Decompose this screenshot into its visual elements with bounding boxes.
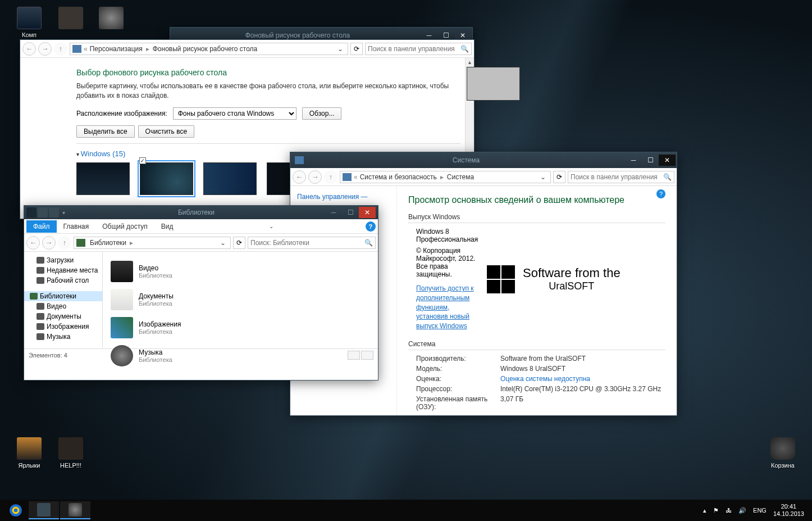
list-item[interactable]: МузыкаБиблиотека	[108, 342, 372, 370]
tree-desktop[interactable]: Рабочий стол	[24, 275, 102, 286]
control-panel-home-link[interactable]: Панель управления —	[297, 193, 390, 201]
titlebar[interactable]: Система ─ ☐ ✕	[290, 152, 677, 168]
start-button[interactable]	[3, 501, 28, 519]
desktop-icon-computer[interactable]: Комп	[10, 7, 48, 38]
minimize-button[interactable]: ─	[625, 155, 642, 166]
file-tab[interactable]: Файл	[26, 220, 57, 233]
downloads-icon	[37, 257, 44, 264]
desktop-icon-shortcuts[interactable]: Ярлыки	[10, 437, 48, 469]
browse-button[interactable]: Обзор...	[302, 107, 342, 120]
dropdown-icon[interactable]: ⌄	[538, 173, 548, 181]
list-item[interactable]: ДокументыБиблиотека	[108, 286, 372, 314]
expand-ribbon-icon[interactable]: ⌄	[269, 223, 277, 229]
up-button[interactable]: ↑	[324, 170, 337, 184]
close-button[interactable]: ✕	[359, 207, 376, 218]
window-explorer: ▾ Библиотеки ─ ☐ ✕ Файл Главная Общий до…	[24, 205, 378, 380]
qat-button[interactable]	[38, 207, 48, 218]
forward-button[interactable]: →	[308, 170, 322, 184]
tray-up-icon[interactable]: ▴	[703, 507, 706, 514]
folder-icon	[17, 437, 42, 460]
page-title: Выбор фонового рисунка рабочего стола	[76, 68, 460, 77]
maximize-button[interactable]: ☐	[342, 207, 359, 218]
tree-libraries[interactable]: Библиотеки	[24, 291, 102, 301]
help-button[interactable]: ?	[366, 221, 376, 232]
get-more-features-link[interactable]: Получить доступ к дополнительным функция…	[416, 284, 476, 331]
checkbox-icon[interactable]: ✓	[139, 157, 146, 164]
navbar: ← → ↑ « Система и безопасность ▸ Система…	[290, 168, 677, 186]
clock[interactable]: 20:41 14.10.2013	[773, 503, 804, 518]
home-tab[interactable]: Главная	[57, 220, 96, 233]
tree-downloads[interactable]: Загрузки	[24, 255, 102, 265]
up-button[interactable]: ↑	[58, 236, 71, 250]
view-icons-button[interactable]	[361, 351, 373, 360]
dropdown-icon[interactable]: ⌄	[218, 239, 228, 247]
desktop-icon-2[interactable]	[52, 7, 90, 31]
back-button[interactable]: ←	[293, 170, 306, 184]
minimize-button[interactable]: ─	[325, 207, 342, 218]
video-icon	[37, 303, 44, 310]
view-tab[interactable]: Вид	[154, 220, 180, 233]
breadcrumb-security[interactable]: Система и безопасность	[358, 173, 439, 181]
desktop-icon-help[interactable]: HELP!!!	[52, 437, 90, 469]
breadcrumb-system[interactable]: Система	[445, 173, 476, 181]
network-icon[interactable]: 🖧	[726, 507, 732, 514]
tree-docs[interactable]: Документы	[24, 311, 102, 321]
wallpaper-thumb-selected[interactable]: ✓	[140, 162, 193, 195]
cpu-value: Intel(R) Core(TM) i3-2120 CPU @ 3.30GHz …	[500, 385, 661, 393]
search-box[interactable]: 🔍	[568, 171, 674, 183]
forward-button[interactable]: →	[42, 236, 56, 250]
flag-icon[interactable]: ⚑	[713, 507, 719, 514]
taskbar-app[interactable]	[60, 501, 90, 519]
computer-icon	[17, 7, 42, 29]
select-all-button[interactable]: Выделить все	[76, 125, 135, 138]
search-input[interactable]	[571, 173, 663, 181]
tree-video[interactable]: Видео	[24, 301, 102, 311]
wallpaper-thumb[interactable]	[203, 162, 257, 195]
address-bar[interactable]: « Система и безопасность ▸ Система ⌄	[340, 171, 551, 183]
maximize-button[interactable]: ☐	[642, 155, 659, 166]
up-button[interactable]: ↑	[54, 42, 67, 56]
manufacturer-value: Software from the UralSOFT	[500, 355, 586, 363]
help-icon[interactable]: ?	[656, 189, 665, 198]
share-tab[interactable]: Общий доступ	[95, 220, 154, 233]
scroll-thumb[interactable]	[467, 67, 520, 101]
control-panel-icon	[295, 156, 304, 164]
location-select[interactable]: Фоны рабочего стола Windows	[173, 107, 296, 120]
volume-icon[interactable]: 🔊	[738, 507, 746, 514]
rating-link[interactable]: Оценка системы недоступна	[500, 375, 590, 383]
language-indicator[interactable]: ENG	[753, 507, 767, 514]
tree-music[interactable]: Музыка	[24, 332, 102, 342]
search-input[interactable]	[368, 45, 460, 53]
wallpaper-thumb[interactable]	[76, 162, 130, 195]
refresh-button[interactable]: ⟳	[233, 237, 245, 249]
app-icon[interactable]	[26, 207, 37, 218]
list-item[interactable]: ВидеоБиблиотека	[108, 257, 372, 286]
search-box[interactable]: 🔍	[365, 43, 472, 55]
forward-button[interactable]: →	[38, 42, 52, 56]
taskbar-app[interactable]	[29, 501, 59, 519]
dropdown-icon[interactable]: ⌄	[335, 45, 345, 53]
refresh-button[interactable]: ⟳	[553, 171, 565, 183]
search-input[interactable]	[250, 239, 364, 247]
desktop-icon-3[interactable]	[92, 7, 130, 31]
scroll-up-icon[interactable]: ▲	[466, 58, 474, 67]
libraries-icon	[76, 239, 85, 247]
tree-pics[interactable]: Изображения	[24, 321, 102, 332]
section-system: Система	[408, 340, 665, 350]
back-button[interactable]: ←	[22, 42, 36, 56]
list-item[interactable]: ИзображенияБиблиотека	[108, 314, 372, 342]
desktop-icon-trash[interactable]: Корзина	[764, 437, 802, 469]
breadcrumb-personalization[interactable]: Персонализация	[88, 45, 145, 53]
clear-all-button[interactable]: Очистить все	[138, 125, 194, 138]
breadcrumb-wallpaper[interactable]: Фоновый рисунок рабочего стола	[150, 45, 260, 53]
address-bar[interactable]: « Персонализация ▸ Фоновый рисунок рабоч…	[70, 43, 348, 55]
view-details-button[interactable]	[348, 351, 360, 360]
address-bar[interactable]: Библиотеки ▸ ⌄	[74, 237, 231, 249]
search-box[interactable]: 🔍	[248, 237, 376, 249]
refresh-button[interactable]: ⟳	[350, 43, 363, 55]
back-button[interactable]: ←	[26, 236, 40, 250]
tree-recent[interactable]: Недавние места	[24, 265, 102, 275]
qat-button[interactable]	[49, 207, 59, 218]
close-button[interactable]: ✕	[659, 155, 676, 166]
breadcrumb-libraries[interactable]: Библиотеки	[88, 239, 129, 247]
